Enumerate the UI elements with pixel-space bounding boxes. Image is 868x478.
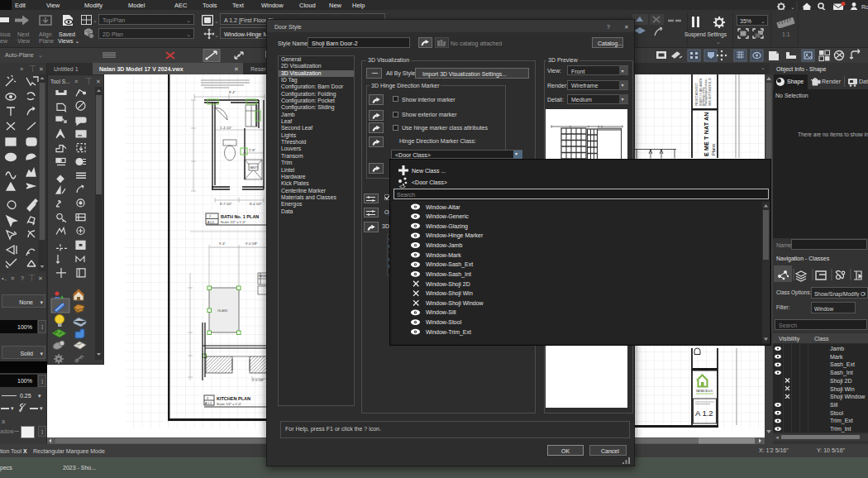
svg-text:PROJECT ARCHITECT: PROJECT ARCHITECT	[695, 83, 699, 106]
svg-text:Shoji Win: Shoji Win	[830, 386, 855, 393]
svg-text:Window-Glazing: Window-Glazing	[426, 223, 468, 230]
svg-text:8'-4": 8'-4"	[229, 90, 236, 94]
svg-text:Window-Altar: Window-Altar	[426, 204, 460, 210]
svg-text:Window-Sill: Window-Sill	[426, 309, 456, 315]
svg-text:A 1.2: A 1.2	[205, 402, 212, 405]
svg-text:A 1.2: A 1.2	[695, 409, 713, 418]
svg-text:2'-8": 2'-8"	[249, 148, 256, 152]
svg-text:Jamb: Jamb	[830, 346, 844, 351]
svg-text:Mark: Mark	[830, 354, 843, 360]
svg-text:✕: ✕	[39, 66, 44, 72]
svg-text:BATH No. 1 PLAN: BATH No. 1 PLAN	[221, 214, 259, 219]
svg-text:Scale: 1/2" = 1'-0": Scale: 1/2" = 1'-0"	[217, 403, 242, 406]
svg-text:✕: ✕	[96, 79, 101, 84]
svg-text:8'-4 1/2": 8'-4 1/2"	[250, 202, 262, 206]
svg-text:Plans: Plans	[711, 144, 716, 155]
svg-text:Shoji Window: Shoji Window	[830, 394, 866, 400]
svg-text:Window-Shoji Window: Window-Shoji Window	[426, 300, 484, 307]
svg-text:NATAN BLDG: NATAN BLDG	[696, 390, 713, 393]
svg-text:Ro: Ro	[861, 4, 868, 10]
svg-text:VANITY: VANITY	[250, 166, 259, 170]
svg-text:≡: ≡	[20, 66, 23, 72]
svg-text:Window-Sash_Ext: Window-Sash_Ext	[426, 261, 473, 268]
svg-text:ISLAND: ISLAND	[217, 309, 228, 313]
svg-text:Window-Trim_Ext: Window-Trim_Ext	[426, 329, 471, 336]
svg-text:1'-4 1/2": 1'-4 1/2"	[220, 126, 232, 130]
svg-text:3: 3	[207, 397, 208, 400]
svg-text:Window-Sash_Int: Window-Sash_Int	[426, 271, 471, 278]
svg-text:Window-Hinge Marker: Window-Hinge Marker	[426, 232, 484, 239]
svg-text:A 1.2: A 1.2	[207, 221, 214, 224]
svg-text:Trim_Ext: Trim_Ext	[830, 418, 853, 424]
svg-text:Sill: Sill	[830, 402, 838, 408]
svg-text:Planning/Design of Interiors: Planning/Design of Interiors	[704, 79, 708, 106]
svg-text:DATE: BE PTE MBER 26, 20: DATE: BE PTE MBER 26, 20	[708, 78, 712, 106]
svg-text:Stool: Stool	[830, 410, 843, 416]
svg-text:⌄: ⌄	[790, 4, 795, 10]
svg-text:Shoji 2D: Shoji 2D	[830, 378, 851, 385]
svg-text:2: 2	[209, 215, 211, 218]
svg-text:Window-Stool: Window-Stool	[426, 319, 462, 325]
svg-text:Window-Jamb: Window-Jamb	[426, 242, 462, 248]
svg-text:E ME T NAT AN: E ME T NAT AN	[703, 112, 709, 156]
svg-text:Trim_Int: Trim_Int	[830, 426, 851, 433]
svg-text:Sash_Int: Sash_Int	[830, 370, 853, 376]
svg-text:KITCHEN PLAN: KITCHEN PLAN	[217, 396, 250, 401]
svg-text:Window-Generic: Window-Generic	[426, 213, 469, 219]
svg-text:9'-0 5/8": 9'-0 5/8"	[246, 241, 258, 246]
svg-text:9'-4": 9'-4"	[219, 241, 227, 246]
svg-text:8'-7 1/2": 8'-7 1/2"	[220, 202, 232, 206]
svg-text:⏉: ⏉	[30, 65, 36, 72]
svg-text:≡: ≡	[74, 79, 78, 84]
svg-text:Scale: 1/2" = 1'-0": Scale: 1/2" = 1'-0"	[221, 221, 246, 224]
svg-text:⏉: ⏉	[86, 78, 92, 84]
svg-text:Window-Shoji 2D: Window-Shoji 2D	[426, 281, 470, 288]
svg-text:Window-Mark: Window-Mark	[426, 252, 461, 258]
svg-text:Tool S...: Tool S...	[50, 79, 70, 84]
svg-text:Sash_Ext: Sash_Ext	[830, 361, 855, 368]
svg-text:Window-Shoji Win: Window-Shoji Win	[426, 290, 473, 297]
